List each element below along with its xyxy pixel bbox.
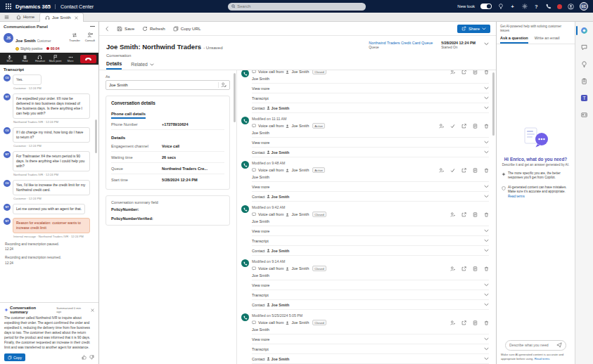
copilot-prompt-input[interactable] — [509, 343, 554, 347]
delete-icon[interactable] — [484, 168, 489, 173]
note-icon[interactable] — [473, 320, 478, 325]
more-call-options-button[interactable]: More — [63, 55, 78, 63]
rail-chat-icon[interactable] — [575, 42, 593, 53]
refresh-button[interactable]: Refresh — [142, 26, 165, 32]
transcript-row[interactable]: Transcript — [252, 344, 489, 353]
tab-ask-a-question[interactable]: Ask a question — [500, 36, 528, 44]
open-record-icon[interactable] — [461, 320, 466, 325]
delete-icon[interactable] — [484, 124, 489, 129]
end-call-button[interactable] — [80, 55, 96, 63]
contact-row[interactable]: Contact Joe Smith — [252, 191, 489, 202]
consult-button[interactable]: Consult — [85, 32, 95, 51]
note-icon[interactable] — [473, 124, 478, 129]
note-icon[interactable] — [473, 168, 478, 173]
assign-icon[interactable] — [450, 70, 455, 74]
thumbs-up-icon[interactable] — [82, 355, 87, 360]
note-icon[interactable] — [473, 70, 478, 74]
contact-row[interactable]: Contact Joe Smith — [252, 299, 489, 310]
open-record-icon[interactable] — [461, 168, 466, 173]
copilot-prompt-box[interactable] — [505, 340, 566, 351]
open-record-icon[interactable] — [461, 266, 466, 271]
copy-url-button[interactable]: Copy URL — [173, 26, 201, 32]
contact-row[interactable]: Contact Joe Smith — [252, 245, 489, 256]
waffle-menu-icon[interactable] — [5, 4, 11, 10]
tab-related[interactable]: Related — [131, 61, 153, 70]
tab-write-an-email[interactable]: Write an email — [535, 36, 560, 44]
customer-lookup-input[interactable] — [109, 83, 218, 87]
mark-point-button[interactable]: Mark point — [48, 55, 63, 63]
transcript-row[interactable]: Transcript — [252, 290, 489, 299]
rail-contact-card-icon[interactable] — [575, 110, 593, 120]
close-summary-icon[interactable] — [91, 308, 94, 312]
add-icon[interactable]: + — [509, 4, 516, 10]
minimize-panel-icon[interactable] — [90, 26, 95, 27]
timeline-entry[interactable]: Modified on 5/25/2024 5:05 PM Voice call… — [241, 311, 489, 364]
new-look-toggle[interactable] — [480, 4, 492, 10]
view-more-row[interactable]: View more — [252, 83, 489, 93]
timeline-entry[interactable]: Modified on 9:48 AM Voice call from Joe … — [241, 159, 489, 203]
contact-row[interactable]: Contact Joe Smith — [252, 147, 489, 157]
contact-row[interactable]: Contact Joe Smith — [252, 353, 489, 364]
presence-person-icon[interactable] — [568, 4, 574, 10]
collapse-header-icon[interactable] — [484, 42, 489, 46]
timeline-scrollbar[interactable] — [492, 72, 495, 136]
assign-icon[interactable] — [439, 124, 444, 129]
view-more-row[interactable]: View more — [252, 334, 489, 344]
delete-icon[interactable] — [484, 70, 489, 74]
transfer-button[interactable]: Transfer — [69, 32, 79, 51]
help-icon[interactable]: ? — [533, 4, 540, 10]
recording-indicator-icon[interactable] — [557, 4, 562, 9]
assign-icon[interactable] — [450, 212, 455, 217]
assign-icon[interactable] — [439, 168, 444, 173]
session-menu-icon[interactable] — [2, 13, 11, 21]
read-terms-link[interactable]: Read terms — [508, 195, 525, 198]
rail-copilot-icon[interactable] — [575, 25, 593, 36]
headset-button[interactable]: Headset — [32, 55, 48, 63]
edit-person-icon[interactable] — [218, 82, 227, 88]
user-avatar[interactable]: EC — [580, 2, 588, 11]
view-more-row[interactable]: View more — [252, 226, 489, 235]
transcript-row[interactable]: Transcript — [252, 93, 489, 103]
transcript-scrollbar[interactable] — [95, 119, 97, 153]
gear-icon[interactable] — [521, 4, 528, 10]
close-tab-icon[interactable] — [75, 16, 78, 20]
close-conversation-icon[interactable] — [450, 124, 455, 129]
assign-icon[interactable] — [450, 266, 455, 271]
mute-button[interactable]: Mute — [2, 55, 18, 63]
timeline-entry[interactable]: Modified on 9:42 AM Voice call from Joe … — [241, 203, 489, 257]
open-record-icon[interactable] — [461, 70, 466, 74]
assign-icon[interactable] — [450, 320, 455, 325]
timeline-entry[interactable]: Modified on 9:14 AM Voice call from Joe … — [241, 257, 489, 311]
copy-summary-button[interactable]: Copy — [4, 353, 25, 361]
read-terms-link[interactable]: Read terms — [535, 357, 550, 360]
rail-agent-scripts-icon[interactable] — [575, 76, 593, 86]
close-conversation-icon[interactable] — [450, 168, 455, 173]
contact-row[interactable]: Contact Joe Smith — [252, 103, 489, 113]
open-record-icon[interactable] — [461, 212, 466, 217]
lightbulb-icon[interactable] — [497, 4, 504, 10]
delete-icon[interactable] — [484, 212, 489, 217]
queue-link[interactable]: Northwind Traders Credit Card Queue — [369, 41, 433, 45]
transcript-row[interactable]: Transcript — [252, 235, 489, 245]
delete-icon[interactable] — [484, 320, 489, 325]
open-record-icon[interactable] — [461, 124, 466, 129]
thumbs-down-icon[interactable] — [89, 355, 94, 360]
send-icon[interactable] — [556, 342, 562, 348]
view-more-row[interactable]: View more — [252, 137, 489, 147]
form-scrollbar[interactable] — [234, 73, 236, 122]
delete-icon[interactable] — [484, 266, 489, 271]
transcript-pane[interactable]: Transcript CU Yes. Customer · 12:24 PM N… — [0, 65, 98, 302]
phone-call-details-tab[interactable]: Phone call details — [111, 112, 146, 119]
back-icon[interactable] — [105, 26, 109, 32]
timeline-entry[interactable]: Modified on 11:11 AM Voice call from Joe… — [241, 115, 489, 159]
phone-icon[interactable] — [545, 4, 551, 10]
global-search[interactable] — [228, 3, 366, 11]
save-button[interactable]: Save — [117, 26, 134, 32]
global-search-input[interactable] — [237, 4, 362, 8]
hold-button[interactable]: Hold — [18, 55, 33, 63]
share-button[interactable]: Share — [457, 25, 490, 33]
tab-details[interactable]: Details — [106, 61, 122, 70]
view-more-row[interactable]: View more — [252, 181, 489, 191]
rail-lightbulb-icon[interactable] — [575, 59, 593, 70]
note-icon[interactable] — [473, 266, 478, 271]
